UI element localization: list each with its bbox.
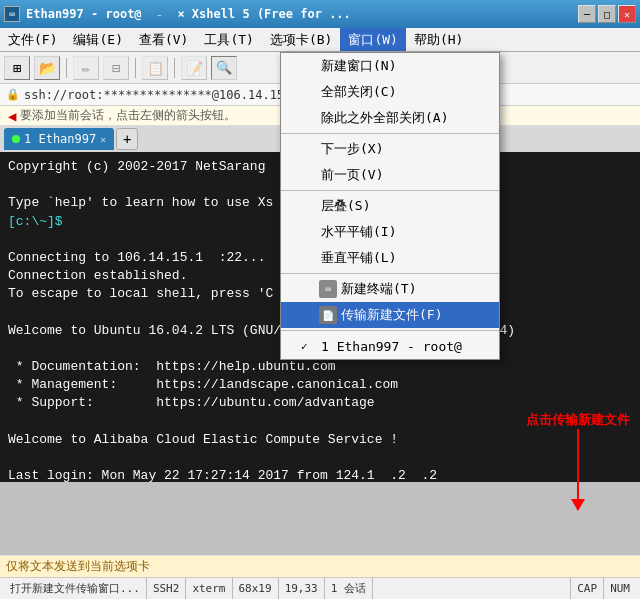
status-num: NUM xyxy=(604,578,636,599)
menu-sep-1 xyxy=(281,133,499,134)
minimize-button[interactable]: ─ xyxy=(578,5,596,23)
menu-file[interactable]: 文件(F) xyxy=(0,28,65,51)
red-arrow xyxy=(571,429,585,511)
address-text: ssh://root:***************@106.14.15. xyxy=(24,88,291,102)
title-left: Ethan997 - root@ xyxy=(26,7,142,21)
info-text: 要添加当前会话，点击左侧的箭头按钮。 xyxy=(20,107,236,124)
tab-status-dot xyxy=(12,135,20,143)
close-button[interactable]: ✕ xyxy=(618,5,636,23)
status-terminal-type: xterm xyxy=(186,578,232,599)
menu-sep-3 xyxy=(281,273,499,274)
compose-button[interactable]: 📝 xyxy=(181,56,207,80)
info-arrow-icon: ◀ xyxy=(8,108,16,124)
red-arrow-line xyxy=(577,429,579,499)
menu-edit[interactable]: 编辑(E) xyxy=(65,28,130,51)
menu-tab[interactable]: 选项卡(B) xyxy=(262,28,340,51)
red-annotation: 点击传输新建文件 xyxy=(526,411,630,511)
disconnect-button[interactable]: ⊟ xyxy=(103,56,129,80)
toolbar-sep-1 xyxy=(66,58,67,78)
menu-view[interactable]: 查看(V) xyxy=(131,28,196,51)
connect-button[interactable]: ✏ xyxy=(73,56,99,80)
menu-close-all[interactable]: 全部关闭(C) xyxy=(281,79,499,105)
status-position: 19,33 xyxy=(279,578,325,599)
menu-next[interactable]: 下一步(X) xyxy=(281,136,499,162)
open-button[interactable]: 📂 xyxy=(34,56,60,80)
toolbar-sep-2 xyxy=(135,58,136,78)
tab-label: 1 Ethan997 xyxy=(24,132,96,146)
menu-prev[interactable]: 前一页(V) xyxy=(281,162,499,188)
menu-session-1[interactable]: ✓ 1 Ethan997 - root@ xyxy=(281,333,499,359)
term-line-13: * Management: https://landscape.canonica… xyxy=(8,376,632,394)
terminal-icon: ⌨ xyxy=(319,280,337,298)
menu-cascade[interactable]: 层叠(S) xyxy=(281,193,499,219)
status-transfer[interactable]: 打开新建文件传输窗口... xyxy=(4,578,147,599)
lock-icon: 🔒 xyxy=(6,88,20,101)
session-tab[interactable]: 1 Ethan997 ✕ xyxy=(4,128,114,150)
menu-new-window[interactable]: 新建窗口(N) xyxy=(281,53,499,79)
status-size: 68x19 xyxy=(233,578,279,599)
menu-sep-2 xyxy=(281,190,499,191)
file-icon: 📄 xyxy=(319,306,337,324)
menu-tile-h[interactable]: 水平平铺(I) xyxy=(281,219,499,245)
status-bar: 打开新建文件传输窗口... SSH2 xterm 68x19 19,33 1 会… xyxy=(0,577,640,599)
term-line-14: * Support: https://ubuntu.com/advantage xyxy=(8,394,632,412)
title-right: × Xshell 5 (Free for ... xyxy=(177,7,350,21)
properties-button[interactable]: 📋 xyxy=(142,56,168,80)
menu-close-others[interactable]: 除此之外全部关闭(A) xyxy=(281,105,499,131)
toolbar-sep-3 xyxy=(174,58,175,78)
status-sessions: 1 会话 xyxy=(325,578,373,599)
status-spacer xyxy=(373,578,571,599)
menu-window[interactable]: 窗口(W) xyxy=(340,28,405,51)
status-ssh: SSH2 xyxy=(147,578,187,599)
new-tab-button[interactable]: + xyxy=(116,128,138,150)
search-input[interactable]: 🔍 xyxy=(211,56,237,80)
app-icon: ⌨ xyxy=(4,6,20,22)
menu-sep-4 xyxy=(281,330,499,331)
tab-close-button[interactable]: ✕ xyxy=(100,134,106,145)
maximize-button[interactable]: □ xyxy=(598,5,616,23)
window-dropdown-menu: 新建窗口(N) 全部关闭(C) 除此之外全部关闭(A) 下一步(X) 前一页(V… xyxy=(280,52,500,360)
menu-tools[interactable]: 工具(T) xyxy=(196,28,261,51)
menu-bar: 文件(F) 编辑(E) 查看(V) 工具(T) 选项卡(B) 窗口(W) 帮助(… xyxy=(0,28,640,52)
check-icon: ✓ xyxy=(301,340,315,353)
status-cap: CAP xyxy=(571,578,604,599)
red-annotation-text: 点击传输新建文件 xyxy=(526,411,630,429)
term-line-12: * Documentation: https://help.ubuntu.com xyxy=(8,358,632,376)
menu-help[interactable]: 帮助(H) xyxy=(406,28,471,51)
red-arrow-head xyxy=(571,499,585,511)
menu-new-terminal[interactable]: ⌨ 新建终端(T) xyxy=(281,276,499,302)
menu-tile-v[interactable]: 垂直平铺(L) xyxy=(281,245,499,271)
bottom-info-bar: 仅将文本发送到当前选项卡 xyxy=(0,555,640,577)
menu-transfer-file[interactable]: 📄 传输新建文件(F) xyxy=(281,302,499,328)
title-divider: - xyxy=(156,7,164,22)
new-session-button[interactable]: ⊞ xyxy=(4,56,30,80)
bottom-info-text: 仅将文本发送到当前选项卡 xyxy=(6,558,150,575)
title-bar: ⌨ Ethan997 - root@ - × Xshell 5 (Free fo… xyxy=(0,0,640,28)
title-controls: ─ □ ✕ xyxy=(578,5,636,23)
